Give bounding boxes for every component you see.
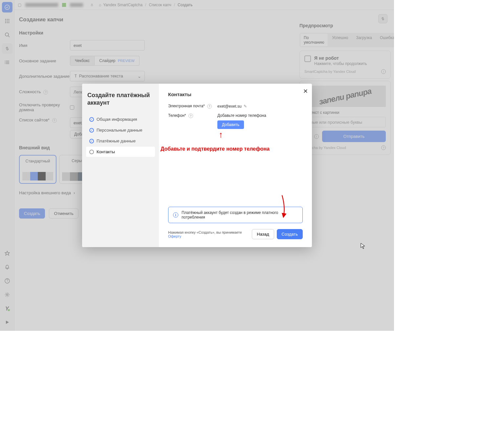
info-icon: i [173, 212, 178, 218]
add-phone-button[interactable]: Добавить [217, 120, 244, 129]
close-icon[interactable]: ✕ [303, 88, 308, 95]
email-label: Электронная почта* ? [168, 104, 217, 109]
offer-text: Нажимая кнопку «Создать», вы принимаете … [168, 230, 249, 238]
email-value: exet@exet.su✎ [217, 104, 303, 109]
annotation-arrow-down [279, 195, 289, 218]
modal-content: ✕ Контакты Электронная почта* ? exet@exe… [159, 84, 312, 247]
offer-link[interactable]: Оферту [168, 234, 181, 238]
annotation-arrow-up: ↑ [219, 130, 223, 140]
edit-icon[interactable]: ✎ [244, 104, 247, 109]
modal-title: Создайте платёжный аккаунт [86, 92, 155, 106]
modal-sidebar: Создайте платёжный аккаунт Общая информа… [82, 84, 159, 247]
modal-content-heading: Контакты [168, 92, 303, 97]
cursor-icon [361, 243, 366, 249]
step-general[interactable]: Общая информация [86, 114, 155, 124]
step-payment[interactable]: Платёжные данные [86, 136, 155, 146]
phone-label: Телефон* ? [168, 113, 217, 118]
step-personal[interactable]: Персональные данные [86, 125, 155, 135]
phone-hint: Добавьте номер телефона [217, 113, 303, 118]
step-contacts[interactable]: Контакты [86, 147, 155, 157]
modal-create-button[interactable]: Создать [277, 229, 303, 239]
billing-modal: Создайте платёжный аккаунт Общая информа… [82, 84, 312, 247]
annotation-text: Добавьте и подтвердите номер телефона [161, 146, 270, 152]
back-button[interactable]: Назад [252, 229, 274, 239]
